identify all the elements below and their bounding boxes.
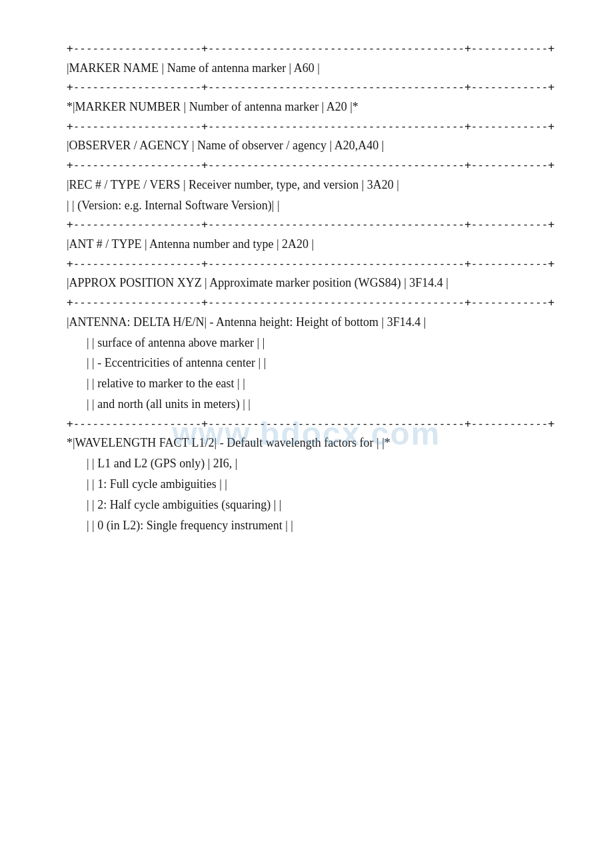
line-item: |APPROX POSITION XYZ | Approximate marke… [67,273,560,293]
line-item: +--------------------+------------------… [67,118,560,135]
line-item: +--------------------+------------------… [67,79,560,96]
line-item: | | (Version: e.g. Internal Software Ver… [67,196,560,215]
line-item: | | relative to marker to the east | | [67,374,560,393]
line-item: +--------------------+------------------… [67,255,560,273]
line-item: | | - Eccentricities of antenna center |… [67,353,560,373]
line-item: | | 0 (in L2): Single frequency instrume… [67,516,560,535]
line-item: +--------------------+------------------… [67,40,560,57]
line-item: | | surface of antenna above marker | | [67,333,560,353]
line-item: |ANT # / TYPE | Antenna number and type … [67,235,560,254]
line-item: |REC # / TYPE / VERS | Receiver number, … [67,175,560,195]
line-item: +--------------------+------------------… [67,216,560,233]
line-item: +--------------------+------------------… [67,157,560,174]
line-item: | | and north (all units in meters) | | [67,395,560,414]
line-item: |ANTENNA: DELTA H/E/N| - Antenna height:… [67,313,560,332]
line-item: |MARKER NAME | Name of antenna marker | … [67,59,560,78]
line-item: |OBSERVER / AGENCY | Name of observer / … [67,136,560,155]
line-item: | | 1: Full cycle ambiguities | | [67,475,560,494]
main-content: +--------------------+------------------… [67,40,560,535]
line-item: | | L1 and L2 (GPS only) | 2I6, | [67,454,560,473]
line-item: *|MARKER NUMBER | Number of antenna mark… [67,97,560,117]
line-item: | | 2: Half cycle ambiguities (squaring)… [67,495,560,515]
line-item: +--------------------+------------------… [67,415,560,433]
line-item: *|WAVELENGTH FACT L1/2| - Default wavele… [67,433,560,453]
line-item: +--------------------+------------------… [67,294,560,311]
